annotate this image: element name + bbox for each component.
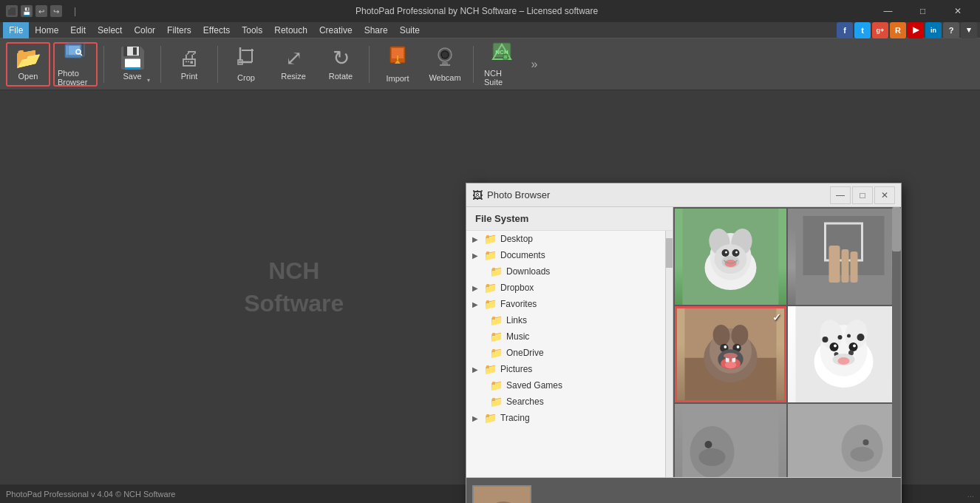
tree-item-dropbox[interactable]: ▶ 📁 Dropbox bbox=[466, 280, 665, 296]
menu-share[interactable]: Share bbox=[358, 22, 394, 38]
tree-item-tracing[interactable]: ▶ 📁 Tracing bbox=[466, 410, 665, 426]
tree-item-pictures-label: Pictures bbox=[500, 364, 532, 374]
youtube-icon[interactable]: ▶ bbox=[908, 22, 924, 38]
watermark-line2: Software bbox=[244, 288, 344, 321]
print-icon: 🖨 bbox=[179, 48, 200, 69]
file-tree-scrollbar[interactable] bbox=[665, 231, 673, 477]
rotate-button[interactable]: ↻ Rotate bbox=[319, 42, 363, 87]
crop-icon bbox=[236, 46, 256, 70]
svg-point-66 bbox=[823, 337, 828, 342]
photo-browser-button[interactable]: Photo Browser bbox=[53, 42, 98, 87]
tree-item-searches[interactable]: ▶ 📁 Searches bbox=[466, 394, 665, 410]
twitter-icon[interactable]: t bbox=[854, 22, 871, 38]
svg-point-65 bbox=[853, 345, 856, 348]
app-icon-redo[interactable]: ↪ bbox=[50, 5, 62, 17]
tree-item-desktop[interactable]: ▶ 📁 Desktop bbox=[466, 231, 665, 247]
menu-color[interactable]: Color bbox=[128, 22, 161, 38]
menu-effects[interactable]: Effects bbox=[197, 22, 236, 38]
svg-point-76 bbox=[705, 441, 712, 448]
photo-thumbnail-6[interactable] bbox=[788, 404, 899, 477]
tree-item-searches-label: Searches bbox=[506, 396, 544, 407]
save-dropdown-arrow: ▾ bbox=[147, 77, 150, 84]
photos-grid: ✓ bbox=[673, 207, 901, 477]
svg-point-49 bbox=[724, 345, 727, 348]
webcam-icon bbox=[434, 46, 456, 70]
photo-browser-dialog: 🖼 Photo Browser — □ ✕ File System ▶ 📁 De bbox=[466, 183, 902, 503]
menu-home[interactable]: Home bbox=[29, 22, 64, 38]
rotate-label: Rotate bbox=[329, 72, 353, 81]
photo-thumbnail-3[interactable]: ✓ bbox=[675, 306, 786, 402]
dialog-maximize-button[interactable]: □ bbox=[852, 186, 873, 204]
webcam-button[interactable]: Webcam bbox=[423, 42, 467, 87]
menu-select[interactable]: Select bbox=[92, 22, 128, 38]
photo-thumbnail-1[interactable] bbox=[675, 209, 786, 305]
expand-arrow: ▶ bbox=[472, 284, 483, 292]
watermark: NCH Software bbox=[244, 254, 344, 321]
tree-item-favorites[interactable]: ▶ 📁 Favorites bbox=[466, 296, 665, 312]
dialog-close-button[interactable]: ✕ bbox=[874, 186, 895, 204]
save-button[interactable]: 💾 Save ▾ bbox=[110, 42, 154, 87]
print-button[interactable]: 🖨 Print bbox=[167, 42, 211, 87]
minimize-button[interactable]: — bbox=[871, 0, 905, 22]
menu-file[interactable]: File bbox=[3, 22, 29, 38]
linkedin-icon[interactable]: in bbox=[925, 22, 942, 38]
menu-filters[interactable]: Filters bbox=[161, 22, 197, 38]
svg-point-77 bbox=[699, 448, 726, 466]
folder-icon: 📁 bbox=[484, 363, 497, 375]
webcam-label: Webcam bbox=[429, 73, 460, 82]
resize-button[interactable]: ⤢ Resize bbox=[271, 42, 316, 87]
tree-item-music[interactable]: ▶ 📁 Music bbox=[466, 328, 665, 345]
photo-thumbnail-4[interactable] bbox=[788, 306, 899, 402]
window-controls: — □ ✕ bbox=[871, 0, 974, 22]
tree-item-onedrive-label: OneDrive bbox=[506, 348, 544, 358]
googleplus-icon[interactable]: g+ bbox=[872, 22, 888, 38]
photo-thumbnail-2[interactable] bbox=[788, 209, 899, 305]
open-label: Open bbox=[18, 72, 38, 81]
separator-4 bbox=[369, 46, 370, 83]
social-icons: f t g+ R ▶ in ? ▾ bbox=[837, 22, 977, 38]
expand-arrow-spacer: ▶ bbox=[478, 317, 489, 325]
dialog-minimize-button[interactable]: — bbox=[830, 186, 851, 204]
tree-item-pictures[interactable]: ▶ 📁 Pictures bbox=[466, 361, 665, 377]
photos-panel-scrollbar[interactable] bbox=[892, 207, 901, 477]
svg-point-80 bbox=[863, 439, 869, 445]
maximize-button[interactable]: □ bbox=[906, 0, 939, 22]
main-content: NCH Software 🖼 Photo Browser — □ ✕ File … bbox=[0, 90, 980, 485]
rss-icon[interactable]: R bbox=[890, 22, 906, 38]
app-icon-1: ⬛ bbox=[6, 5, 18, 17]
more-button[interactable]: » bbox=[527, 42, 542, 87]
photo-thumbnail-5[interactable] bbox=[675, 404, 786, 477]
tree-item-music-label: Music bbox=[506, 331, 529, 342]
nch-suite-button[interactable]: NCH NCH Suite bbox=[480, 42, 524, 87]
menu-suite[interactable]: Suite bbox=[394, 22, 426, 38]
photos-panel-scrollbar-thumb[interactable] bbox=[892, 207, 901, 252]
file-tree-scrollbar-thumb[interactable] bbox=[666, 238, 673, 268]
nch-suite-icon: NCH bbox=[490, 41, 514, 66]
import-icon bbox=[386, 45, 409, 71]
tree-item-onedrive[interactable]: ▶ 📁 OneDrive bbox=[466, 345, 665, 361]
menu-tools[interactable]: Tools bbox=[236, 22, 268, 38]
dialog-bottom: 1 image selected Open Cancel bbox=[466, 477, 901, 503]
help-icon[interactable]: ? bbox=[943, 22, 959, 38]
tree-item-links[interactable]: ▶ 📁 Links bbox=[466, 312, 665, 328]
dropdown-icon[interactable]: ▾ bbox=[961, 22, 977, 38]
app-icon-undo[interactable]: ↩ bbox=[35, 5, 47, 17]
facebook-icon[interactable]: f bbox=[837, 22, 853, 38]
crop-button[interactable]: Crop bbox=[224, 42, 268, 87]
menu-bar: File Home Edit Select Color Filters Effe… bbox=[0, 22, 980, 38]
tree-item-saved-games[interactable]: ▶ 📁 Saved Games bbox=[466, 377, 665, 394]
menu-creative[interactable]: Creative bbox=[313, 22, 358, 38]
title-separator: | bbox=[74, 6, 76, 16]
preview-thumbnail[interactable] bbox=[472, 485, 531, 503]
folder-icon: 📁 bbox=[484, 282, 497, 294]
menu-retouch[interactable]: Retouch bbox=[268, 22, 313, 38]
tree-item-downloads[interactable]: ▶ 📁 Downloads bbox=[466, 263, 665, 280]
menu-edit[interactable]: Edit bbox=[64, 22, 92, 38]
file-system-header: File System bbox=[466, 207, 673, 231]
svg-rect-82 bbox=[474, 487, 531, 503]
import-button[interactable]: Import bbox=[375, 42, 420, 87]
close-button[interactable]: ✕ bbox=[941, 0, 974, 22]
open-button[interactable]: 📂 Open bbox=[6, 42, 50, 87]
dialog-title-text: Photo Browser bbox=[487, 189, 830, 200]
tree-item-documents[interactable]: ▶ 📁 Documents bbox=[466, 247, 665, 263]
